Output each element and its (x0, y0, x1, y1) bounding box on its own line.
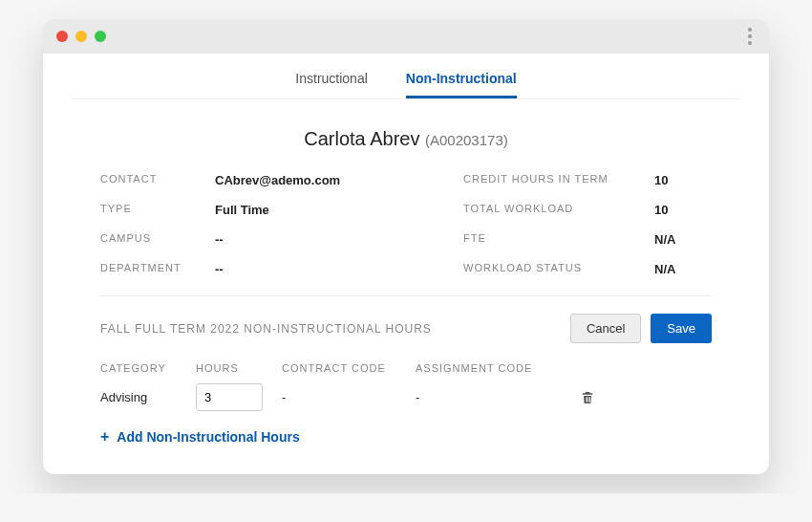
maximize-icon[interactable] (95, 31, 106, 42)
divider (100, 295, 712, 296)
value-fte: N/A (654, 232, 712, 247)
label-department: DEPARTMENT (100, 262, 196, 276)
action-buttons: Cancel Save (570, 314, 712, 343)
plus-icon: + (100, 428, 109, 446)
value-workload-status: N/A (654, 262, 712, 276)
person-id: (A00203173) (425, 132, 508, 148)
section-header: FALL FULL TERM 2022 NON-INSTRUCTIONAL HO… (100, 314, 712, 343)
traffic-lights (56, 31, 106, 42)
label-type: TYPE (100, 203, 196, 217)
cell-category: Advising (100, 390, 196, 404)
tab-non-instructional[interactable]: Non-Instructional (406, 71, 517, 98)
app-window: Instructional Non-Instructional Carlota … (43, 19, 769, 474)
value-department: -- (215, 262, 444, 276)
label-contact: CONTACT (100, 173, 196, 187)
add-non-instructional-button[interactable]: + Add Non-Instructional Hours (100, 428, 712, 446)
more-icon[interactable] (744, 24, 756, 49)
label-total-workload: TOTAL WORKLOAD (463, 203, 635, 217)
value-type: Full Time (215, 203, 444, 217)
titlebar (43, 19, 769, 54)
person-name: Carlota Abrev (304, 128, 419, 149)
header-contract: CONTRACT CODE (282, 362, 416, 374)
value-total-workload: 10 (654, 203, 712, 217)
cell-contract: - (282, 390, 416, 404)
label-workload-status: WORKLOAD STATUS (463, 262, 635, 276)
cell-assignment: - (416, 390, 568, 404)
value-contact: CAbrev@ademo.com (215, 173, 444, 187)
value-campus: -- (215, 232, 444, 247)
tab-bar: Instructional Non-Instructional (43, 54, 769, 98)
label-credit-hours: CREDIT HOURS IN TERM (463, 173, 635, 187)
header-hours: HOURS (196, 362, 282, 374)
value-credit-hours: 10 (654, 173, 712, 187)
trash-icon[interactable] (568, 390, 607, 405)
close-icon[interactable] (56, 31, 68, 42)
label-campus: CAMPUS (100, 232, 196, 247)
header-assignment: ASSIGNMENT CODE (416, 362, 568, 374)
cell-hours (196, 383, 282, 411)
section-title: FALL FULL TERM 2022 NON-INSTRUCTIONAL HO… (100, 322, 432, 336)
label-fte: FTE (463, 232, 635, 247)
content-area: Carlota Abrev (A00203173) CONTACT CAbrev… (43, 99, 769, 474)
cancel-button[interactable]: Cancel (570, 314, 641, 343)
page-title: Carlota Abrev (A00203173) (100, 128, 712, 150)
header-category: CATEGORY (100, 362, 196, 374)
hours-input[interactable] (196, 383, 263, 411)
tab-instructional[interactable]: Instructional (295, 71, 367, 98)
minimize-icon[interactable] (75, 31, 87, 42)
hours-table: CATEGORY HOURS CONTRACT CODE ASSIGNMENT … (100, 362, 712, 411)
save-button[interactable]: Save (651, 314, 712, 343)
add-label: Add Non-Instructional Hours (117, 429, 299, 445)
info-grid: CONTACT CAbrev@ademo.com CREDIT HOURS IN… (100, 173, 712, 276)
